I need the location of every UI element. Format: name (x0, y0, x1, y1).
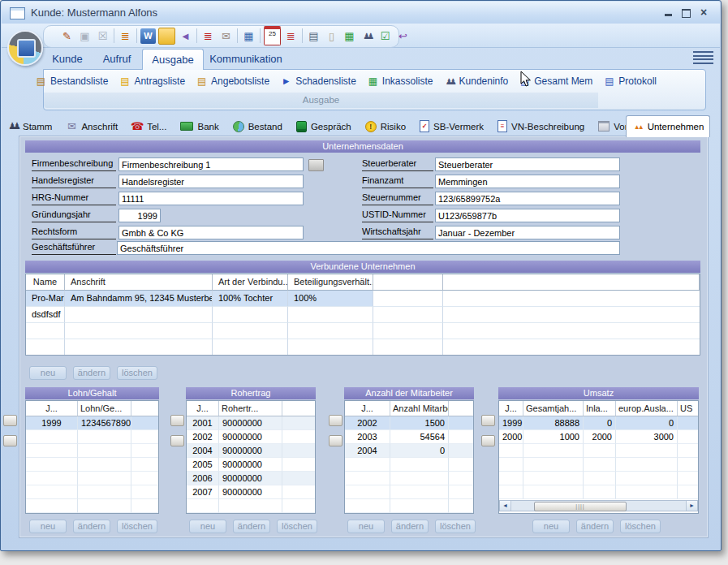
maximize-button[interactable] (678, 6, 693, 19)
handelsregister-input[interactable] (118, 175, 304, 188)
ribbon-tab-kommunikation[interactable]: Kommunikation (202, 50, 290, 68)
firmenbeschreibung-more-button[interactable] (308, 159, 324, 171)
table-row[interactable]: 200190000000 (187, 416, 315, 430)
save-icon[interactable]: ▣ (77, 28, 93, 44)
finanzamt-input[interactable] (435, 175, 620, 188)
umsatz-loeschen-button[interactable]: löschen (620, 520, 661, 533)
lohn-gehalt-table[interactable]: J...Lohn/Ge... 19991234567890 (25, 400, 159, 514)
rohertrag-neu-button[interactable]: neu (189, 520, 226, 533)
wirtschaftsjahr-input[interactable] (435, 226, 620, 239)
scroll-thumb[interactable]: |||| (534, 502, 627, 511)
scroll-right-icon[interactable]: ► (686, 501, 697, 511)
mini-button[interactable] (329, 415, 342, 426)
chart-board-icon[interactable]: ▦ (241, 28, 256, 44)
bestandsliste-button[interactable]: ▤Bestandsliste (35, 75, 108, 88)
mini-button[interactable] (329, 435, 342, 446)
table-row[interactable]: 200490000000 (187, 444, 315, 458)
mini-button[interactable] (3, 415, 17, 426)
lohn-neu-button[interactable]: neu (29, 520, 67, 533)
folder-open-icon[interactable] (158, 28, 175, 45)
steuernummer-input[interactable] (435, 192, 620, 205)
tab-unternehmen[interactable]: ▲▲Unternehmen (626, 115, 710, 137)
ribbon-tab-kunde[interactable]: Kunde (43, 50, 92, 68)
document-icon[interactable]: ▯ (324, 28, 339, 44)
mini-button[interactable] (170, 435, 184, 446)
word-export-icon[interactable]: W (140, 28, 156, 44)
umsatz-neu-button[interactable]: neu (532, 520, 570, 533)
rohertrag-loeschen-button[interactable]: löschen (277, 520, 317, 533)
mini-button[interactable] (170, 415, 184, 426)
edit-pencil-icon[interactable]: ✎ (59, 28, 75, 44)
contact-list-icon[interactable]: ≣ (118, 28, 133, 44)
mini-button[interactable] (481, 415, 495, 426)
ribbon-tab-aufruf[interactable]: Aufruf (92, 50, 142, 68)
gruendungsjahr-input[interactable] (118, 209, 161, 222)
table-row[interactable]: 200290000000 (187, 430, 315, 444)
titlebar[interactable]: Kunde: Mustermann Alfons × (2, 2, 720, 24)
table-row[interactable]: 19991234567890 (26, 416, 158, 430)
table-row[interactable]: 2000100020003000 (499, 430, 698, 444)
schedule-list-icon[interactable]: ≣ (283, 28, 299, 44)
kundeninfo-button[interactable]: ♟♟Kundeninfo (444, 75, 509, 88)
rohertrag-aendern-button[interactable]: ändern (233, 520, 270, 533)
tab-sb-vermerk[interactable]: ✓SB-Vermerk (420, 120, 484, 132)
table-row[interactable]: dsdfsdf (26, 307, 700, 323)
app-menu-button[interactable] (7, 30, 43, 66)
linked-neu-button[interactable]: neu (29, 366, 67, 380)
umsatz-aendern-button[interactable]: ändern (576, 520, 614, 533)
hrg-nummer-input[interactable] (118, 192, 304, 205)
mini-button[interactable] (481, 435, 495, 446)
report-icon[interactable]: ▤ (306, 28, 321, 44)
mail-send-icon[interactable]: ✉ (218, 28, 234, 44)
mitarbeiter-neu-button[interactable]: neu (347, 520, 385, 533)
tab-bestand[interactable]: Bestand (233, 121, 282, 132)
table-row[interactable]: 200590000000 (187, 458, 315, 472)
table-row[interactable]: 20040 (345, 444, 473, 458)
tab-telefon[interactable]: ☎Tel... (131, 121, 166, 132)
table-row[interactable]: 200690000000 (187, 472, 315, 485)
umsatz-horizontal-scrollbar[interactable]: ◄ |||| ► (499, 500, 698, 511)
col-beteiligungsverhaeltnis[interactable]: Beteiligungsverhält... (288, 274, 373, 291)
checklist-icon[interactable]: ☑ (377, 28, 393, 44)
tab-bank[interactable]: Bank (180, 122, 218, 132)
save-close-icon[interactable]: ☒ (95, 28, 110, 44)
tab-stamm[interactable]: ♟♟Stamm (7, 121, 52, 132)
tab-risiko[interactable]: !Risiko (365, 121, 406, 132)
table-row[interactable]: 200790000000 (187, 485, 315, 499)
antragsliste-button[interactable]: ▤Antragsliste (118, 75, 185, 88)
rohertrag-table[interactable]: J...Rohertr... 200190000000 200290000000… (186, 400, 316, 514)
ustid-nummer-input[interactable] (435, 209, 620, 222)
customer-info-icon[interactable]: ♟♟ (360, 28, 375, 44)
mitarbeiter-aendern-button[interactable]: ändern (391, 520, 429, 533)
table-green-icon[interactable]: ▦ (342, 28, 357, 44)
col-name[interactable]: Name (26, 274, 65, 291)
steuerberater-input[interactable] (435, 157, 620, 171)
firmenbeschreibung-input[interactable] (118, 157, 304, 171)
minimize-button[interactable] (661, 6, 675, 19)
back-arrow-icon[interactable]: ◄ (178, 28, 193, 44)
col-art-der-verbindung[interactable]: Art der Verbindu... (213, 274, 288, 291)
tab-anschrift[interactable]: ✉Anschrift (66, 121, 118, 132)
lohn-aendern-button[interactable]: ändern (73, 520, 110, 533)
scroll-left-icon[interactable]: ◄ (500, 501, 511, 511)
table-row[interactable]: Pro-Markt Am Bahndamm 95, 12345 Musterbe… (26, 291, 700, 307)
col-anschrift[interactable]: Anschrift (65, 274, 213, 291)
linked-companies-table[interactable]: Name Anschrift Art der Verbindu... Betei… (25, 274, 700, 356)
mitarbeiter-loeschen-button[interactable]: löschen (435, 520, 476, 533)
schadensliste-button[interactable]: ►Schadensliste (280, 75, 356, 88)
angebotsliste-button[interactable]: ▤Angebotsliste (196, 75, 269, 88)
calendar-day-icon[interactable]: 25 (264, 26, 281, 45)
protokoll-button[interactable]: ▤Protokoll (603, 75, 657, 88)
undo-list-icon[interactable]: ↩ (395, 28, 411, 44)
mini-button[interactable] (3, 435, 17, 446)
ribbon-menu-icon[interactable] (693, 51, 713, 65)
linked-aendern-button[interactable]: ändern (73, 366, 110, 380)
task-list-icon[interactable]: ≣ (200, 28, 216, 44)
lohn-loeschen-button[interactable]: löschen (117, 520, 157, 533)
table-row[interactable]: 20021500 (345, 416, 473, 430)
tab-gespraech[interactable]: Gespräch (296, 121, 351, 132)
inkassoliste-button[interactable]: ▦Inkassoliste (367, 75, 433, 88)
table-row[interactable]: 19998888800 (499, 416, 698, 430)
table-row[interactable]: 200354564 (345, 430, 473, 444)
ribbon-tab-ausgabe[interactable]: Ausgabe (142, 49, 204, 70)
